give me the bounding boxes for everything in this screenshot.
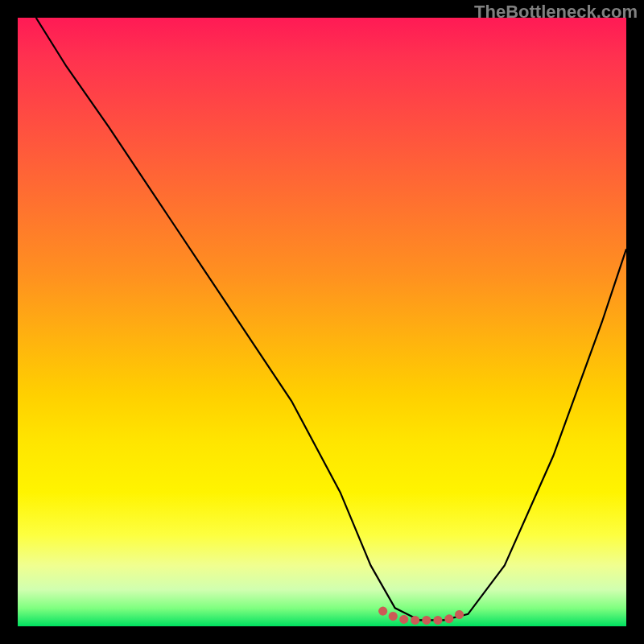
- chart-container: TheBottleneck.com: [0, 0, 644, 644]
- bottleneck-curve: [36, 18, 626, 620]
- plot-area: [18, 18, 626, 626]
- watermark-text: TheBottleneck.com: [474, 2, 638, 23]
- optimal-zone-dots: [383, 608, 469, 620]
- chart-svg: [18, 18, 626, 626]
